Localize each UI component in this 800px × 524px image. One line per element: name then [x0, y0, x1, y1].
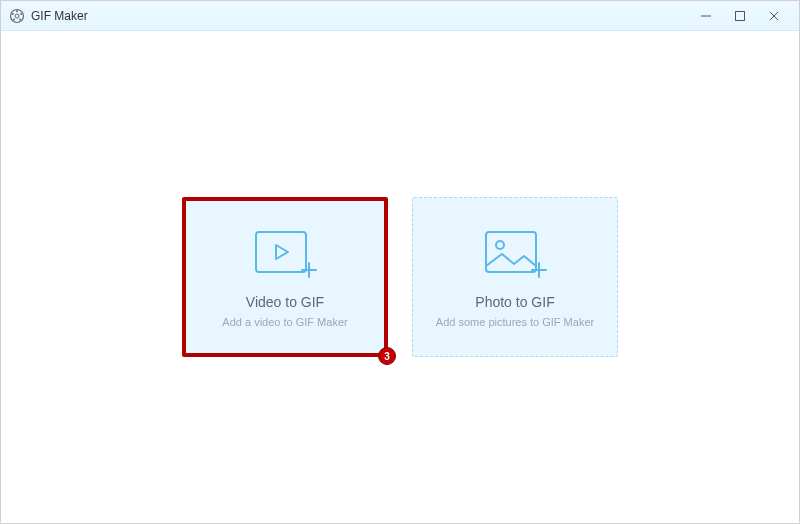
- svg-point-3: [20, 13, 22, 15]
- svg-rect-15: [486, 232, 536, 272]
- svg-rect-11: [256, 232, 306, 272]
- video-card-subtitle: Add a video to GIF Maker: [222, 316, 347, 328]
- svg-point-5: [13, 18, 15, 20]
- titlebar-left: GIF Maker: [9, 8, 88, 24]
- photo-to-gif-card[interactable]: Photo to GIF Add some pictures to GIF Ma…: [412, 197, 618, 357]
- app-title: GIF Maker: [31, 9, 88, 23]
- minimize-button[interactable]: [689, 2, 723, 30]
- video-play-icon: [250, 226, 320, 284]
- photo-card-subtitle: Add some pictures to GIF Maker: [436, 316, 594, 328]
- svg-point-16: [496, 241, 504, 249]
- titlebar: GIF Maker: [1, 1, 799, 31]
- maximize-button[interactable]: [723, 2, 757, 30]
- photo-card-title: Photo to GIF: [475, 294, 554, 310]
- close-button[interactable]: [757, 2, 791, 30]
- svg-rect-8: [736, 11, 745, 20]
- window-controls: [689, 2, 791, 30]
- annotation-badge: 3: [378, 347, 396, 365]
- svg-point-1: [15, 14, 19, 18]
- video-card-title: Video to GIF: [246, 294, 324, 310]
- main-content: Video to GIF Add a video to GIF Maker 3 …: [1, 31, 799, 523]
- svg-marker-12: [276, 245, 288, 259]
- video-to-gif-card[interactable]: Video to GIF Add a video to GIF Maker 3: [182, 197, 388, 357]
- app-icon: [9, 8, 25, 24]
- photo-image-icon: [480, 226, 550, 284]
- svg-point-4: [19, 18, 21, 20]
- svg-point-6: [12, 13, 14, 15]
- app-window: GIF Maker Video to GIF: [0, 0, 800, 524]
- svg-point-2: [16, 10, 18, 12]
